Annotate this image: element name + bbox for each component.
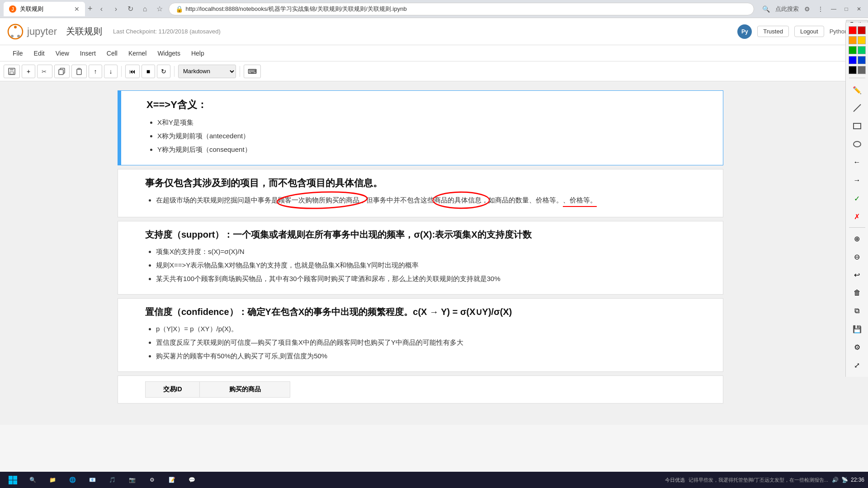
cell-3[interactable]: 支持度（support）：一个项集或者规则在所有事务中出现的频率，σ(X):表示… [118,221,723,295]
more-icon[interactable]: ⋮ [816,4,826,14]
taskbar-notepad[interactable]: 📝 [163,473,181,487]
new-tab-button[interactable]: + [88,4,93,14]
taskbar-search[interactable]: 🔍 [24,473,42,487]
cell-2-content: 事务仅包含其涉及到的项目，而不包含项目的具体信息。 在超级市场的关联规则挖掘问题… [118,169,723,217]
copy-tool[interactable]: ⧉ [849,303,865,319]
minimize-button[interactable]: — [828,4,839,14]
cell-4[interactable]: 置信度（confidence）：确定Y在包含X的事务中出现的频繁程度。c(X →… [118,298,723,372]
color-green[interactable] [849,46,857,54]
checkpoint-text: Last Checkpoint: 11/20/2018 (autosaved) [113,28,221,35]
check-tool[interactable]: ✓ [849,190,865,206]
cell-5[interactable]: 交易ID 购买的商品 [118,375,723,404]
circled-text-2: 商品的具体信息， [434,195,488,206]
bookmark-button[interactable]: ☆ [153,3,166,15]
clock: 22:36 [851,477,864,483]
address-bar[interactable]: 🔒 http://localhost:8888/notebooks/机器学习实战… [169,3,754,15]
svg-rect-19 [9,476,13,480]
menu-file[interactable]: File [7,48,28,59]
section2-list: 在超级市场的关联规则挖掘问题中事务是顾客一次购物所购买的商品，但事务中并不包含这… [145,195,714,207]
move-down-button[interactable]: ↓ [104,65,118,78]
refresh-button[interactable]: ↻ [124,3,137,15]
close-button[interactable]: ✕ [854,4,864,14]
draw-tool[interactable]: ✏️ [849,82,865,98]
zoom-in-tool[interactable]: ⊕ [849,230,865,247]
section4-item-2: 置信度反应了关联规则的可信度—购买了项目集X中的商品的顾客同时也购买了Y中商品的… [156,337,714,348]
color-gray[interactable] [858,66,866,74]
color-yellow[interactable] [858,36,866,44]
taskbar-browser[interactable]: 🌐 [63,473,81,487]
cross-tool[interactable]: ✗ [849,208,865,225]
menu-widgets[interactable]: Widgets [152,48,186,59]
keyboard-shortcut-button[interactable]: ⌨ [244,65,261,78]
home-button[interactable]: ⌂ [139,3,151,15]
color-orange[interactable] [849,36,857,44]
notebook-title[interactable]: 关联规则 [66,25,102,38]
trusted-button[interactable]: Trusted [757,26,789,37]
settings-tool[interactable]: ⚙ [849,339,865,355]
menu-insert[interactable]: Insert [75,48,101,59]
logout-button[interactable]: Logout [794,26,824,37]
taskbar-settings[interactable]: ⚙ [143,473,161,487]
maximize-button[interactable]: □ [841,4,852,14]
svg-point-6 [14,26,17,28]
extensions-icon[interactable]: ⚙ [802,4,812,14]
circle-tool[interactable] [849,136,865,152]
copy-cell-button[interactable] [54,65,70,78]
arrow-left-tool[interactable]: ← [849,154,865,170]
color-red[interactable] [849,26,857,34]
zoom-out-tool[interactable]: ⊖ [849,249,865,265]
taskbar-file-explorer[interactable]: 📁 [43,473,61,487]
section1-list: X和Y是项集 X称为规则前项（antecedent） Y称为规则后项（conse… [146,117,714,155]
menu-view[interactable]: View [50,48,75,59]
color-light-green[interactable] [858,46,866,54]
menu-kernel[interactable]: Kernel [123,48,152,59]
status-bar-today: 今日优选 [665,477,685,483]
tab-close-btn[interactable]: ✕ [74,5,80,13]
circled-text-1: 顾客一次购物所购买的商品， [278,195,366,206]
save-tool[interactable]: 💾 [849,321,865,337]
menu-help[interactable]: Help [186,48,210,59]
svg-text:✂: ✂ [42,68,47,75]
cell-2[interactable]: 事务仅包含其涉及到的项目，而不包含项目的具体信息。 在超级市场的关联规则挖掘问题… [118,169,723,217]
stop-button[interactable]: ■ [142,65,155,78]
rect-tool[interactable] [849,118,865,134]
color-row-5 [849,66,866,74]
svg-point-4 [854,141,861,147]
cell-1[interactable]: X==>Y含义： X和Y是项集 X称为规则前项（antecedent） Y称为规… [118,90,723,165]
add-cell-button[interactable]: + [22,65,35,78]
cut-cell-button[interactable]: ✂ [37,65,52,78]
jupyter-logo: jupyter [7,23,57,40]
line-tool[interactable] [849,100,865,116]
arrow-right-tool[interactable]: → [849,172,865,188]
browser-icon: 🌐 [67,474,78,485]
tools-separator [849,227,865,228]
browser-tab[interactable]: J 关联规则 ✕ [4,2,85,16]
paste-cell-button[interactable] [71,65,87,78]
section2-item-1: 在超级市场的关联规则挖掘问题中事务是顾客一次购物所购买的商品，但事务中并不包含这… [156,195,714,207]
back-button[interactable]: ‹ [95,3,108,15]
save-button[interactable] [4,65,20,78]
svg-text:J: J [11,7,14,12]
move-up-button[interactable]: ↑ [89,65,102,78]
cell-type-select[interactable]: Code Markdown Raw NBConvert Heading [178,65,236,78]
forward-button[interactable]: › [110,3,123,15]
search-icon[interactable]: 🔍 [760,4,772,14]
sys-tray-icon-2: 📡 [841,477,848,483]
undo-tool[interactable]: ↩ [849,267,865,283]
run-prev-button[interactable]: ⏮ [125,65,140,78]
color-blue[interactable] [849,56,857,64]
browser-right-controls: 🔍 点此搜索 ⚙ ⋮ [760,4,826,14]
color-dark-red[interactable] [858,26,866,34]
taskbar-camera[interactable]: 📷 [123,473,141,487]
menu-edit[interactable]: Edit [28,48,50,59]
taskbar-music[interactable]: 🎵 [103,473,121,487]
menu-cell[interactable]: Cell [101,48,123,59]
color-black[interactable] [849,66,857,74]
taskbar-chat[interactable]: 💬 [183,473,201,487]
taskbar-email[interactable]: 📧 [83,473,101,487]
taskbar-start[interactable] [4,473,22,487]
restart-button[interactable]: ↻ [157,65,170,78]
delete-tool[interactable]: 🗑 [849,285,865,301]
color-dark-blue[interactable] [858,56,866,64]
resize-tool[interactable]: ⤢ [849,357,865,373]
